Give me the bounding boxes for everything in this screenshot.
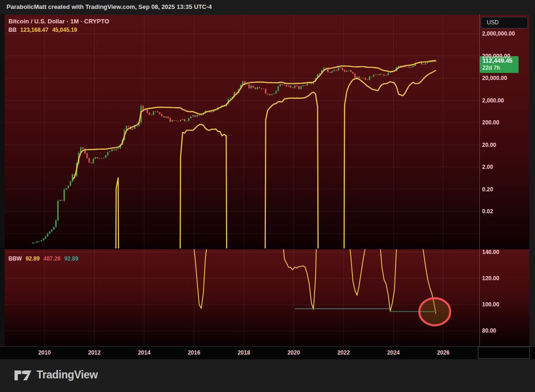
price-axis-label: 20,000.00 <box>482 75 507 81</box>
time-axis[interactable]: 201020122014201620182020202220242026 <box>0 346 535 359</box>
bb-lower-value: 45,045.19 <box>52 27 77 33</box>
bbw-axis-label: 100.00 <box>482 301 499 308</box>
time-axis-label: 2016 <box>188 349 200 356</box>
price-axis-label: 2,000.00 <box>482 97 504 104</box>
time-axis-label: 2026 <box>437 349 450 356</box>
currency-toggle-button[interactable]: USD <box>481 17 528 29</box>
price-axis-label: 200.00 <box>482 119 499 126</box>
price-axis-label: 2,000,000.00 <box>482 30 515 37</box>
bbw-indicator-row[interactable]: BBW92.89487.2692.89 <box>8 255 78 262</box>
bb-indicator-row[interactable]: BB123,168.4745,045.19 <box>8 27 109 33</box>
bbw-axis-label: 80.00 <box>482 327 496 334</box>
footer-bar: TradingView <box>0 359 535 392</box>
time-axis-label: 2010 <box>38 349 51 356</box>
time-axis-label: 2018 <box>238 349 250 356</box>
bbw-value: 92.89 <box>26 255 40 262</box>
price-axis-label: 0.02 <box>482 208 493 215</box>
price-axis-label: 20.00 <box>482 142 496 148</box>
time-axis-label: 2022 <box>337 349 350 356</box>
candlestick-series <box>32 61 437 244</box>
bbw-axis-label: 140.00 <box>482 249 499 255</box>
tradingview-chart-window: ParabolicMatt created with TradingView.c… <box>0 0 535 392</box>
chart-canvas[interactable] <box>0 0 535 392</box>
time-axis-label: 2014 <box>138 349 151 356</box>
time-axis-label: 2012 <box>88 349 101 356</box>
bbw-line <box>73 0 436 314</box>
bbw-indicator-label: BBW <box>8 255 22 262</box>
bbw-highest-expansion: 487.26 <box>44 255 61 262</box>
bbw-legend[interactable]: BBW92.89487.2692.89 <box>8 255 78 262</box>
grid-lines <box>5 15 479 346</box>
time-axis-label: 2024 <box>387 349 400 356</box>
bollinger-bands <box>73 61 436 392</box>
currency-label: USD <box>487 19 498 26</box>
bar-countdown: 22d 7h <box>483 65 519 72</box>
tradingview-logo-icon <box>14 368 32 381</box>
symbol-legend[interactable]: Bitcoin / U.S. Dollar · 1M · CRYPTO BB12… <box>8 18 109 33</box>
price-axis-label: 200,000.00 <box>482 53 510 59</box>
bbw-axis-label: 120.00 <box>482 275 499 282</box>
bb-upper-value: 123,168.47 <box>20 27 48 33</box>
bb-indicator-label: BB <box>8 27 16 33</box>
symbol-title[interactable]: Bitcoin / U.S. Dollar · 1M · CRYPTO <box>8 18 109 25</box>
tradingview-logo-text: TradingView <box>37 369 98 381</box>
highlight-circle-drawing[interactable] <box>419 298 450 325</box>
time-axis-label: 2020 <box>287 349 300 356</box>
bbw-lowest-contraction: 92.89 <box>64 255 78 262</box>
tradingview-logo[interactable]: TradingView <box>14 368 98 381</box>
price-axis-label: 0.20 <box>482 186 493 193</box>
price-axis-label: 2.00 <box>482 164 493 170</box>
time-axis-corner-cell <box>478 347 530 359</box>
annotations[interactable] <box>419 298 450 325</box>
